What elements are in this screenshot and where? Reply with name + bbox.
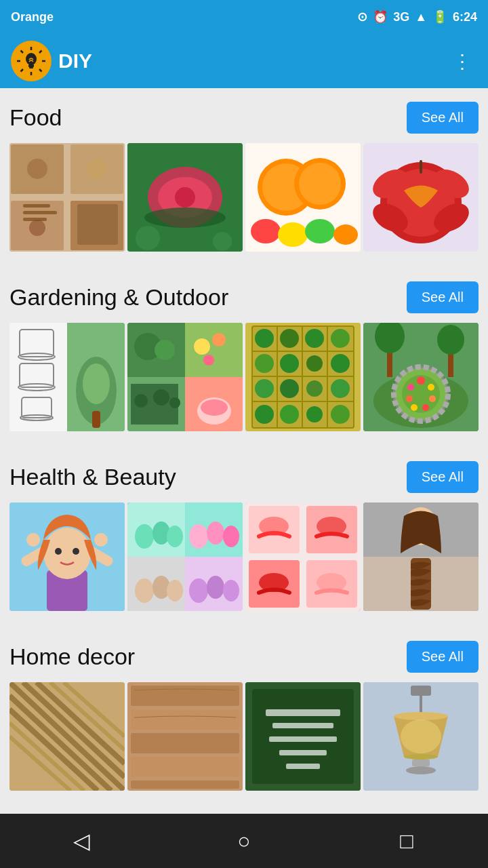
svg-point-86	[255, 354, 274, 373]
svg-rect-167	[131, 781, 239, 789]
svg-point-103	[437, 325, 464, 355]
svg-point-35	[299, 163, 341, 205]
logo-icon	[15, 45, 47, 77]
beauty-image-4[interactable]	[363, 502, 479, 611]
category-title-health: Health & Beauty	[9, 464, 176, 490]
svg-point-137	[207, 576, 224, 599]
svg-point-136	[189, 578, 208, 603]
svg-point-67	[203, 355, 214, 366]
category-title-gardening: Gardening & Outdoor	[9, 284, 228, 311]
svg-point-138	[223, 580, 239, 601]
svg-rect-10	[28, 64, 34, 67]
category-section-food: Food See All	[0, 95, 488, 254]
garden-image-2[interactable]	[127, 323, 243, 431]
app-bar: DIY ⋮	[0, 34, 488, 88]
home-button[interactable]: ○	[217, 824, 271, 858]
svg-point-106	[417, 376, 425, 384]
svg-rect-23	[77, 204, 118, 245]
status-bar: Orange ⊙ ⏰ 3G ▲ 🔋 6:24	[0, 0, 488, 34]
svg-point-130	[189, 524, 208, 549]
svg-point-65	[194, 338, 210, 355]
svg-point-22	[29, 220, 45, 236]
see-all-homedecor-button[interactable]: See All	[407, 641, 479, 673]
svg-point-39	[333, 224, 358, 245]
food-image-2[interactable]	[127, 143, 243, 252]
svg-point-27	[175, 187, 195, 208]
beauty-image-3[interactable]	[245, 502, 361, 611]
svg-rect-19	[23, 204, 50, 208]
svg-point-29	[136, 226, 160, 250]
svg-point-85	[331, 329, 350, 348]
svg-rect-11	[29, 67, 33, 68]
svg-point-18	[87, 159, 107, 179]
svg-point-38	[305, 219, 335, 243]
beauty-image-2[interactable]	[127, 502, 243, 611]
category-title-food: Food	[9, 104, 62, 131]
svg-point-28	[144, 208, 226, 228]
svg-point-87	[280, 354, 299, 373]
svg-point-66	[212, 333, 226, 347]
svg-point-37	[278, 222, 308, 247]
svg-point-122	[94, 533, 108, 547]
svg-rect-172	[269, 736, 337, 742]
health-image-grid	[0, 500, 488, 614]
category-header-food: Food See All	[0, 95, 488, 140]
garden-image-3[interactable]	[245, 323, 361, 431]
see-all-gardening-button[interactable]: See All	[407, 281, 479, 313]
category-header-gardening: Gardening & Outdoor See All	[0, 275, 488, 320]
svg-point-82	[255, 329, 274, 348]
category-title-homedecor: Home decor	[9, 644, 135, 670]
svg-point-36	[251, 219, 281, 243]
food-image-3[interactable]	[245, 143, 361, 252]
svg-rect-174	[286, 764, 320, 769]
decor-image-1[interactable]	[9, 682, 125, 791]
see-all-food-button[interactable]: See All	[407, 102, 479, 134]
svg-point-178	[394, 712, 448, 720]
svg-point-179	[404, 754, 438, 760]
svg-point-121	[26, 533, 40, 547]
time-label: 6:24	[453, 10, 477, 24]
svg-point-111	[406, 395, 413, 402]
see-all-health-button[interactable]: See All	[407, 461, 479, 493]
decor-image-4[interactable]	[363, 682, 479, 791]
beauty-image-1[interactable]	[9, 502, 125, 611]
svg-point-64	[155, 340, 175, 360]
svg-point-112	[407, 384, 414, 391]
bottom-navigation: ◁ ○ □	[0, 814, 488, 868]
decor-image-2[interactable]	[127, 682, 243, 791]
svg-point-89	[331, 354, 350, 373]
svg-point-107	[428, 384, 434, 391]
svg-point-118	[43, 528, 91, 579]
food-image-4[interactable]	[363, 143, 479, 252]
hotspot-icon: ⊙	[357, 9, 367, 24]
network-label: 3G	[393, 10, 409, 24]
decor-image-3[interactable]	[245, 682, 361, 791]
svg-point-109	[422, 404, 429, 411]
category-header-health: Health & Beauty See All	[0, 454, 488, 500]
signal-icon: ▲	[415, 10, 427, 24]
back-button[interactable]: ◁	[54, 824, 108, 858]
svg-point-96	[306, 406, 323, 422]
svg-point-127	[135, 524, 154, 549]
svg-rect-176	[411, 686, 431, 696]
garden-image-4[interactable]	[363, 323, 479, 431]
svg-point-129	[167, 526, 183, 547]
svg-point-83	[280, 329, 299, 348]
garden-image-1[interactable]	[9, 323, 125, 431]
svg-rect-170	[266, 709, 340, 716]
svg-point-108	[429, 395, 436, 402]
svg-point-133	[135, 578, 154, 603]
svg-rect-171	[272, 723, 333, 728]
carrier-label: Orange	[11, 10, 54, 24]
svg-rect-163	[131, 686, 239, 706]
category-section-health: Health & Beauty See All	[0, 454, 488, 614]
food-image-1[interactable]	[9, 143, 125, 252]
recent-apps-button[interactable]: □	[380, 824, 434, 858]
svg-point-88	[306, 355, 323, 372]
svg-point-95	[280, 405, 299, 424]
food-image-grid	[0, 140, 488, 254]
svg-point-93	[331, 379, 350, 398]
more-options-icon[interactable]: ⋮	[447, 45, 477, 78]
category-section-homedecor: Home decor See All	[0, 634, 488, 793]
category-header-homedecor: Home decor See All	[0, 634, 488, 679]
